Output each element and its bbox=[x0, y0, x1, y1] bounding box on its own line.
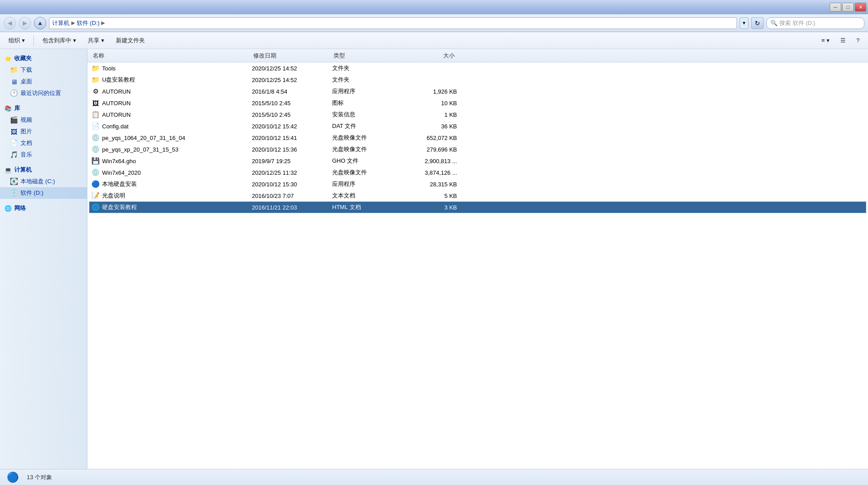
sidebar-item-recent[interactable]: 🕐 最近访问的位置 bbox=[0, 87, 87, 99]
minimize-button[interactable]: ─ bbox=[830, 3, 841, 12]
address-box[interactable]: 计算机 ▶ 软件 (D:) ▶ bbox=[49, 17, 737, 29]
file-area: 名称 修改日期 类型 大小 📁 Tools 2020/12/25 14:52 文… bbox=[87, 49, 868, 469]
network-label: 网络 bbox=[14, 204, 26, 212]
include-button[interactable]: 包含到库中 ▾ bbox=[37, 34, 81, 47]
sidebar-header-favorites[interactable]: ⭐ 收藏夹 bbox=[0, 53, 87, 64]
share-button[interactable]: 共享 ▾ bbox=[83, 34, 109, 47]
sidebar-item-pictures[interactable]: 🖼 图片 bbox=[0, 126, 87, 137]
file-cell-type: 文本文档 bbox=[332, 192, 403, 200]
help-button[interactable]: ? bbox=[852, 34, 864, 47]
sidebar-item-downloads[interactable]: 📁 下载 bbox=[0, 64, 87, 76]
pictures-label: 图片 bbox=[21, 127, 32, 136]
sidebar-item-music[interactable]: 🎵 音乐 bbox=[0, 149, 87, 160]
recent-label: 最近访问的位置 bbox=[21, 89, 61, 97]
file-cell-type: 光盘映像文件 bbox=[332, 169, 403, 177]
table-row[interactable]: 🌐 硬盘安装教程 2016/11/21 22:03 HTML 文档 3 KB bbox=[89, 201, 866, 213]
documents-label: 文档 bbox=[21, 139, 32, 147]
sidebar-item-documents[interactable]: 📄 文档 bbox=[0, 137, 87, 149]
forward-button[interactable]: ▶ bbox=[19, 17, 31, 29]
file-list: 📁 Tools 2020/12/25 14:52 文件夹 📁 U盘安装教程 20… bbox=[87, 62, 868, 469]
views-dropdown-button[interactable]: ≡ ▾ bbox=[817, 34, 835, 47]
file-cell-type: DAT 文件 bbox=[332, 122, 403, 130]
file-cell-date: 2020/12/25 11:32 bbox=[252, 169, 332, 176]
computer-label: 计算机 bbox=[14, 166, 32, 174]
favorites-label: 收藏夹 bbox=[14, 54, 32, 62]
sidebar-item-desktop[interactable]: 🖥 桌面 bbox=[0, 76, 87, 87]
file-name: Win7x64_2020 bbox=[102, 169, 141, 176]
organize-button[interactable]: 组织 ▾ bbox=[4, 34, 30, 47]
title-bar: ─ □ ✕ bbox=[0, 0, 868, 14]
address-dropdown[interactable]: ▼ bbox=[740, 17, 749, 29]
table-row[interactable]: 💾 Win7x64.gho 2019/9/7 19:25 GHO 文件 2,90… bbox=[89, 155, 866, 167]
col-header-name[interactable]: 名称 bbox=[91, 52, 251, 60]
sidebar-header-network[interactable]: 🌐 网络 bbox=[0, 202, 87, 214]
music-icon: 🎵 bbox=[10, 151, 18, 159]
organize-dropdown-icon: ▾ bbox=[22, 37, 25, 44]
drive-c-icon: 💽 bbox=[10, 177, 18, 185]
table-row[interactable]: 📁 Tools 2020/12/25 14:52 文件夹 bbox=[89, 62, 866, 74]
column-headers: 名称 修改日期 类型 大小 bbox=[87, 49, 868, 62]
crumb-computer[interactable]: 计算机 bbox=[52, 19, 70, 27]
desktop-label: 桌面 bbox=[21, 78, 32, 86]
file-cell-name: 🖼 AUTORUN bbox=[91, 99, 252, 107]
window-controls: ─ □ ✕ bbox=[830, 3, 866, 12]
crumb-sep-2: ▶ bbox=[101, 20, 105, 26]
file-cell-type: 安装信息 bbox=[332, 111, 403, 119]
sidebar-header-libraries[interactable]: 📚 库 bbox=[0, 103, 87, 114]
preview-pane-button[interactable]: ☰ bbox=[835, 34, 851, 47]
col-header-type[interactable]: 类型 bbox=[332, 52, 403, 60]
table-row[interactable]: 🔵 本地硬盘安装 2020/10/12 15:30 应用程序 28,315 KB bbox=[89, 178, 866, 190]
sidebar-item-drive-d[interactable]: 💿 软件 (D:) bbox=[0, 187, 87, 199]
search-box[interactable]: 🔍 搜索 软件 (D:) bbox=[766, 17, 864, 29]
table-row[interactable]: 📁 U盘安装教程 2020/12/25 14:52 文件夹 bbox=[89, 74, 866, 86]
col-header-modified[interactable]: 修改日期 bbox=[251, 52, 332, 60]
file-icon: 📝 bbox=[91, 192, 99, 200]
file-cell-size: 2,900,813 ... bbox=[403, 158, 457, 164]
table-row[interactable]: 📄 Config.dat 2020/10/12 15:42 DAT 文件 36 … bbox=[89, 120, 866, 132]
include-dropdown-icon: ▾ bbox=[73, 37, 76, 44]
pictures-icon: 🖼 bbox=[10, 127, 18, 136]
file-cell-date: 2016/1/8 4:54 bbox=[252, 88, 332, 95]
file-cell-date: 2020/10/12 15:42 bbox=[252, 123, 332, 130]
new-folder-button[interactable]: 新建文件夹 bbox=[111, 34, 150, 47]
file-cell-size: 652,072 KB bbox=[403, 135, 457, 141]
refresh-button[interactable]: ↻ bbox=[751, 17, 764, 29]
table-row[interactable]: ⚙ AUTORUN 2016/1/8 4:54 应用程序 1,926 KB bbox=[89, 86, 866, 97]
sidebar-header-computer[interactable]: 💻 计算机 bbox=[0, 164, 87, 176]
up-button[interactable]: ▲ bbox=[34, 17, 46, 29]
toolbar-sep-1 bbox=[33, 36, 34, 45]
table-row[interactable]: 📝 光盘说明 2016/10/23 7:07 文本文档 5 KB bbox=[89, 190, 866, 201]
maximize-button[interactable]: □ bbox=[842, 3, 854, 12]
file-cell-date: 2020/10/12 15:41 bbox=[252, 135, 332, 141]
file-cell-type: 光盘映像文件 bbox=[332, 145, 403, 153]
file-cell-size: 279,696 KB bbox=[403, 146, 457, 153]
drive-d-icon: 💿 bbox=[10, 189, 18, 197]
file-icon: 📋 bbox=[91, 111, 99, 119]
col-header-size[interactable]: 大小 bbox=[403, 52, 457, 60]
back-button[interactable]: ◀ bbox=[4, 17, 16, 29]
new-folder-label: 新建文件夹 bbox=[116, 37, 145, 45]
file-cell-name: 🌐 硬盘安装教程 bbox=[91, 203, 252, 211]
search-placeholder: 搜索 软件 (D:) bbox=[779, 19, 815, 27]
close-button[interactable]: ✕ bbox=[855, 3, 866, 12]
file-icon: 📁 bbox=[91, 64, 99, 72]
file-cell-name: 💿 pe_yqs_1064_20_07_31_16_04 bbox=[91, 134, 252, 142]
computer-icon: 💻 bbox=[4, 167, 12, 173]
sidebar-section-computer: 💻 计算机 💽 本地磁盘 (C:) 💿 软件 (D:) bbox=[0, 164, 87, 199]
table-row[interactable]: 💿 pe_yqs_xp_20_07_31_15_53 2020/10/12 15… bbox=[89, 144, 866, 155]
file-cell-name: 📁 U盘安装教程 bbox=[91, 76, 252, 84]
table-row[interactable]: 💿 pe_yqs_1064_20_07_31_16_04 2020/10/12 … bbox=[89, 132, 866, 144]
downloads-label: 下载 bbox=[21, 66, 32, 74]
sidebar-item-drive-c[interactable]: 💽 本地磁盘 (C:) bbox=[0, 176, 87, 187]
table-row[interactable]: 🖼 AUTORUN 2015/5/10 2:45 图标 10 KB bbox=[89, 97, 866, 109]
table-row[interactable]: 💿 Win7x64_2020 2020/12/25 11:32 光盘映像文件 3… bbox=[89, 167, 866, 178]
file-name: AUTORUN bbox=[102, 111, 131, 118]
crumb-sep-1: ▶ bbox=[71, 20, 75, 26]
status-icon: 🔵 bbox=[5, 470, 20, 485]
sidebar-section-favorites: ⭐ 收藏夹 📁 下载 🖥 桌面 🕐 最近访问的位置 bbox=[0, 53, 87, 99]
table-row[interactable]: 📋 AUTORUN 2015/5/10 2:45 安装信息 1 KB bbox=[89, 109, 866, 120]
sidebar-item-videos[interactable]: 🎬 视频 bbox=[0, 114, 87, 126]
file-cell-name: 📝 光盘说明 bbox=[91, 192, 252, 200]
crumb-drive[interactable]: 软件 (D:) bbox=[77, 19, 99, 27]
file-icon: 💾 bbox=[91, 157, 99, 165]
